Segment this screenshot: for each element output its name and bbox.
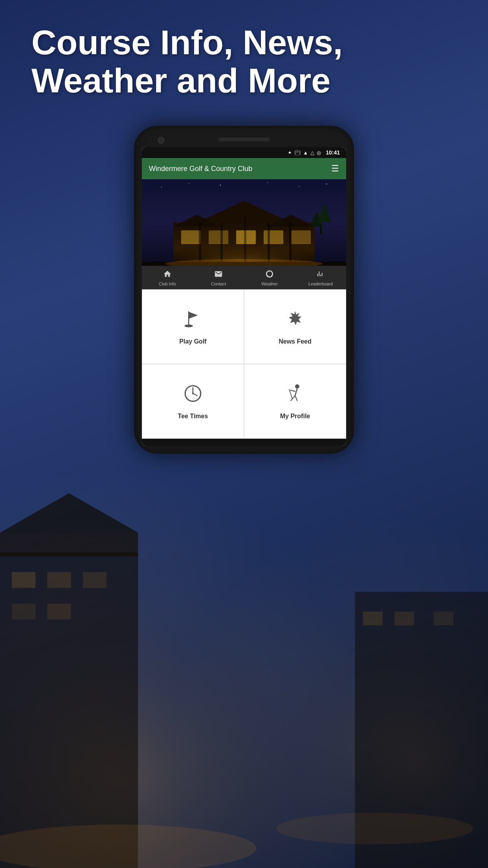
hero-image bbox=[142, 179, 346, 266]
svg-rect-36 bbox=[268, 223, 270, 266]
status-icons: ✦ 📳 ▲ △ ◎ bbox=[288, 150, 321, 156]
phone-bottom-bar bbox=[142, 439, 346, 446]
svg-point-49 bbox=[192, 393, 194, 395]
nav-label-weather: Weather bbox=[261, 281, 277, 286]
svg-rect-12 bbox=[394, 612, 414, 625]
svg-rect-8 bbox=[12, 604, 35, 620]
contact-icon bbox=[214, 270, 223, 280]
leaderboard-icon bbox=[316, 270, 325, 280]
svg-rect-7 bbox=[83, 572, 106, 588]
tee-times-label: Tee Times bbox=[178, 413, 208, 420]
svg-rect-31 bbox=[264, 230, 283, 244]
svg-point-22 bbox=[326, 184, 327, 184]
svg-rect-1 bbox=[0, 434, 488, 868]
bluetooth-icon: ✦ bbox=[288, 150, 292, 156]
svg-point-17 bbox=[161, 187, 162, 188]
play-golf-label: Play Golf bbox=[179, 338, 206, 345]
phone-screen: ✦ 📳 ▲ △ ◎ 10:41 Windermere Golf & Countr… bbox=[142, 147, 346, 446]
svg-rect-35 bbox=[244, 217, 246, 266]
svg-line-52 bbox=[290, 390, 295, 392]
svg-rect-2 bbox=[0, 552, 138, 868]
svg-line-53 bbox=[290, 390, 292, 399]
bottom-nav: Club Info Contact bbox=[142, 266, 346, 289]
nav-label-club-info: Club Info bbox=[159, 281, 176, 286]
my-profile-label: My Profile bbox=[280, 413, 310, 420]
svg-point-21 bbox=[299, 186, 299, 187]
phone-camera bbox=[158, 137, 165, 144]
main-grid: Play Golf News Feed bbox=[142, 289, 346, 439]
svg-point-19 bbox=[220, 185, 221, 186]
svg-point-20 bbox=[267, 182, 268, 183]
vibrate-icon: 📳 bbox=[294, 150, 301, 156]
svg-rect-10 bbox=[355, 592, 488, 868]
svg-rect-32 bbox=[291, 230, 311, 244]
nav-tab-club-info[interactable]: Club Info bbox=[142, 266, 193, 289]
svg-marker-4 bbox=[0, 493, 138, 533]
svg-point-18 bbox=[189, 183, 189, 184]
svg-rect-3 bbox=[0, 533, 138, 556]
svg-rect-33 bbox=[199, 223, 201, 266]
phone-mockup: ✦ 📳 ▲ △ ◎ 10:41 Windermere Golf & Countr… bbox=[134, 126, 354, 454]
svg-point-50 bbox=[295, 384, 299, 389]
svg-rect-11 bbox=[363, 612, 382, 625]
hamburger-menu-button[interactable]: ☰ bbox=[331, 164, 339, 174]
svg-rect-41 bbox=[320, 226, 322, 234]
grid-cell-play-golf[interactable]: Play Golf bbox=[142, 289, 244, 364]
svg-line-51 bbox=[295, 388, 297, 395]
app-header: Windermere Golf & Country Club ☰ bbox=[142, 158, 346, 179]
signal-icon: △ bbox=[310, 150, 314, 156]
phone-top-bar bbox=[142, 134, 346, 147]
status-time: 10:41 bbox=[326, 149, 340, 156]
my-profile-icon bbox=[284, 383, 306, 407]
nav-label-contact: Contact bbox=[211, 281, 226, 286]
news-feed-icon bbox=[284, 308, 306, 333]
app-title: Windermere Golf & Country Club bbox=[149, 165, 252, 173]
svg-rect-5 bbox=[12, 572, 35, 588]
nav-tab-contact[interactable]: Contact bbox=[193, 266, 244, 289]
svg-rect-29 bbox=[209, 230, 228, 244]
tee-times-icon bbox=[182, 383, 204, 407]
home-icon bbox=[163, 270, 172, 280]
status-bar: ✦ 📳 ▲ △ ◎ 10:41 bbox=[142, 147, 346, 158]
grid-cell-tee-times[interactable]: Tee Times bbox=[142, 364, 244, 439]
wifi-icon: ▲ bbox=[303, 150, 308, 156]
alarm-icon: ◎ bbox=[317, 150, 321, 156]
phone-speaker bbox=[218, 138, 270, 142]
nav-label-leaderboard: Leaderboard bbox=[308, 281, 333, 286]
nav-tab-weather[interactable]: Weather bbox=[244, 266, 295, 289]
svg-point-14 bbox=[0, 825, 256, 868]
grid-cell-my-profile[interactable]: My Profile bbox=[244, 364, 346, 439]
nav-tab-leaderboard[interactable]: Leaderboard bbox=[295, 266, 346, 289]
headline: Course Info, News, Weather and More bbox=[31, 24, 457, 100]
svg-point-15 bbox=[276, 813, 473, 844]
svg-rect-9 bbox=[47, 604, 71, 620]
news-feed-label: News Feed bbox=[279, 338, 312, 345]
svg-line-55 bbox=[295, 395, 297, 401]
svg-rect-0 bbox=[0, 434, 488, 868]
weather-icon bbox=[265, 270, 274, 280]
svg-rect-13 bbox=[434, 612, 453, 625]
play-golf-icon bbox=[182, 308, 204, 333]
svg-rect-6 bbox=[47, 572, 71, 588]
svg-marker-44 bbox=[189, 312, 198, 319]
svg-point-45 bbox=[184, 324, 193, 327]
svg-rect-28 bbox=[181, 230, 201, 244]
svg-rect-37 bbox=[289, 223, 292, 266]
grid-cell-news-feed[interactable]: News Feed bbox=[244, 289, 346, 364]
